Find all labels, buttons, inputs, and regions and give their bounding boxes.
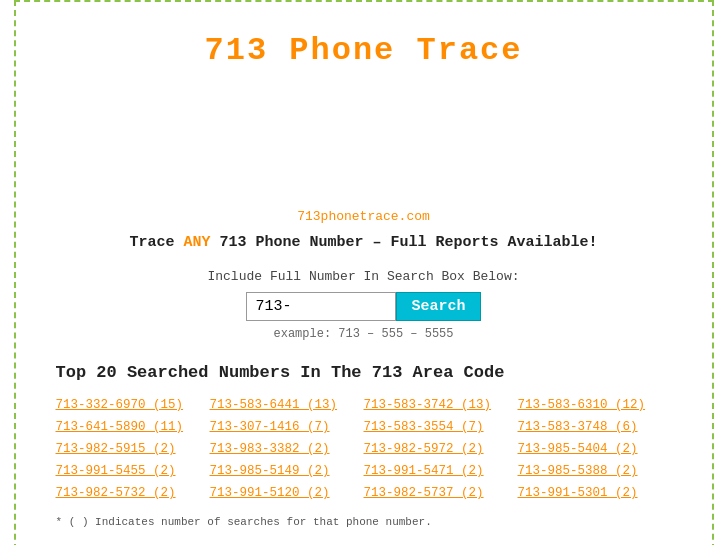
number-link[interactable]: 713-583-3554 (7) xyxy=(364,418,518,436)
number-link[interactable]: 713-985-5404 (2) xyxy=(518,440,672,458)
search-row: Search xyxy=(56,292,672,321)
number-link[interactable]: 713-641-5890 (11) xyxy=(56,418,210,436)
search-button[interactable]: Search xyxy=(396,292,480,321)
number-link[interactable]: 713-985-5149 (2) xyxy=(210,462,364,480)
number-link[interactable]: 713-583-3742 (13) xyxy=(364,396,518,414)
footnote: * ( ) Indicates number of searches for t… xyxy=(56,516,672,528)
page-title: 713 Phone Trace xyxy=(56,32,672,69)
numbers-grid: 713-332-6970 (15)713-583-6441 (13)713-58… xyxy=(56,396,672,502)
number-link[interactable]: 713-583-3748 (6) xyxy=(518,418,672,436)
number-link[interactable]: 713-332-6970 (15) xyxy=(56,396,210,414)
search-example: example: 713 – 555 – 5555 xyxy=(56,327,672,341)
number-link[interactable]: 713-982-5915 (2) xyxy=(56,440,210,458)
number-link[interactable]: 713-991-5301 (2) xyxy=(518,484,672,502)
top-numbers-title: Top 20 Searched Numbers In The 713 Area … xyxy=(56,363,672,382)
search-input[interactable] xyxy=(246,292,396,321)
tagline-before: Trace xyxy=(129,234,183,251)
number-link[interactable]: 713-982-5732 (2) xyxy=(56,484,210,502)
site-url: 713phonetrace.com xyxy=(56,209,672,224)
number-link[interactable]: 713-985-5388 (2) xyxy=(518,462,672,480)
page-container: 713 Phone Trace 713phonetrace.com Trace … xyxy=(14,0,714,545)
number-link[interactable]: 713-583-6310 (12) xyxy=(518,396,672,414)
number-link[interactable]: 713-307-1416 (7) xyxy=(210,418,364,436)
tagline-any: ANY xyxy=(183,234,210,251)
tagline-after: 713 Phone Number – Full Reports Availabl… xyxy=(210,234,597,251)
number-link[interactable]: 713-583-6441 (13) xyxy=(210,396,364,414)
number-link[interactable]: 713-991-5120 (2) xyxy=(210,484,364,502)
number-link[interactable]: 713-983-3382 (2) xyxy=(210,440,364,458)
number-link[interactable]: 713-991-5471 (2) xyxy=(364,462,518,480)
number-link[interactable]: 713-982-5972 (2) xyxy=(364,440,518,458)
number-link[interactable]: 713-991-5455 (2) xyxy=(56,462,210,480)
search-label: Include Full Number In Search Box Below: xyxy=(56,269,672,284)
number-link[interactable]: 713-982-5737 (2) xyxy=(364,484,518,502)
tagline: Trace ANY 713 Phone Number – Full Report… xyxy=(56,234,672,251)
